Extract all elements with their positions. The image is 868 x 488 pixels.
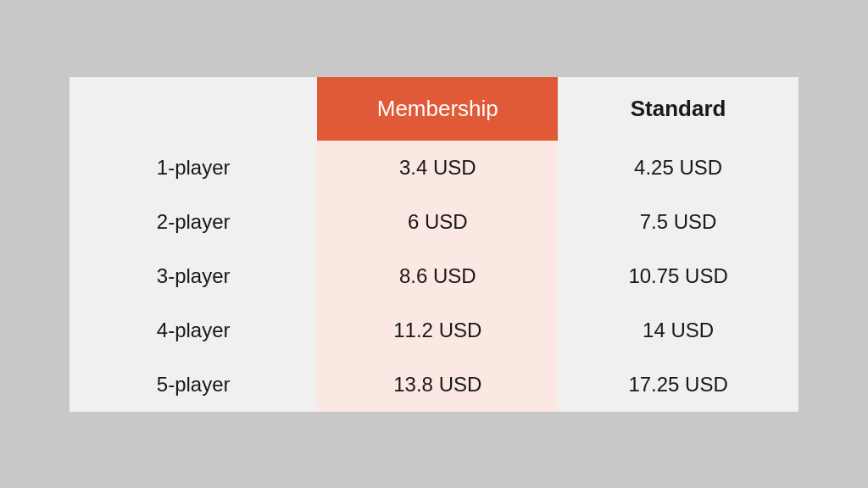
standard-price-3: 10.75 USD: [558, 249, 798, 303]
standard-price-4: 14 USD: [558, 303, 798, 358]
column-header-membership: Membership: [317, 77, 558, 141]
membership-price-1: 3.4 USD: [317, 141, 558, 195]
table-row: 3-player8.6 USD10.75 USD: [70, 249, 798, 303]
row-label-1: 1-player: [70, 141, 317, 195]
standard-price-2: 7.5 USD: [558, 195, 798, 249]
column-header-standard: Standard: [558, 77, 798, 141]
standard-price-5: 17.25 USD: [558, 358, 798, 412]
row-label-2: 2-player: [70, 195, 317, 249]
row-label-5: 5-player: [70, 358, 317, 412]
table-row: 4-player11.2 USD14 USD: [70, 303, 798, 358]
table-row: 2-player6 USD7.5 USD: [70, 195, 798, 249]
table-row: 5-player13.8 USD17.25 USD: [70, 358, 798, 412]
row-label-3: 3-player: [70, 249, 317, 303]
standard-price-1: 4.25 USD: [558, 141, 798, 195]
membership-price-4: 11.2 USD: [317, 303, 558, 358]
membership-price-5: 13.8 USD: [317, 358, 558, 412]
row-label-4: 4-player: [70, 303, 317, 358]
pricing-table: Membership Standard 1-player3.4 USD4.25 …: [70, 77, 798, 412]
membership-price-3: 8.6 USD: [317, 249, 558, 303]
column-header-label: [70, 77, 317, 141]
pricing-table-container: Membership Standard 1-player3.4 USD4.25 …: [70, 77, 798, 412]
membership-price-2: 6 USD: [317, 195, 558, 249]
table-row: 1-player3.4 USD4.25 USD: [70, 141, 798, 195]
